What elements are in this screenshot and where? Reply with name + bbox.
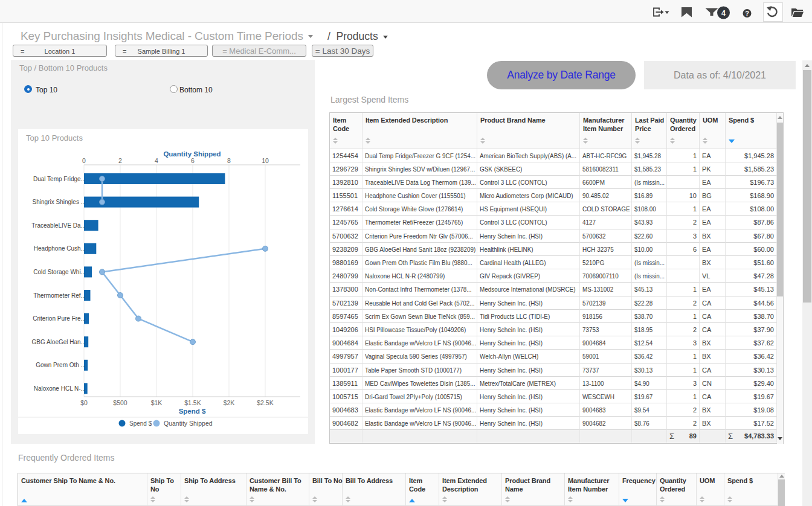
svg-text:Shingrix Shingles ...: Shingrix Shingles ... bbox=[33, 199, 86, 205]
svg-text:Headphone Cush...: Headphone Cush... bbox=[34, 245, 86, 252]
svg-text:Criterion Pure Fre...: Criterion Pure Fre... bbox=[33, 315, 86, 322]
svg-text:Cold Storage Whi...: Cold Storage Whi... bbox=[33, 269, 86, 275]
svg-text:$2K: $2K bbox=[224, 399, 235, 406]
svg-text:Gown Prem Oth ...: Gown Prem Oth ... bbox=[36, 362, 86, 368]
svg-text:6: 6 bbox=[191, 157, 195, 164]
svg-text:TraceableLIVE Da...: TraceableLIVE Da... bbox=[31, 222, 86, 229]
svg-text:Thermometer Ref...: Thermometer Ref... bbox=[33, 292, 86, 299]
svg-text:0: 0 bbox=[82, 157, 86, 164]
svg-text:?: ? bbox=[745, 10, 749, 17]
svg-text:$1K: $1K bbox=[151, 399, 163, 406]
svg-text:$1.5K: $1.5K bbox=[184, 399, 201, 406]
svg-text:8: 8 bbox=[227, 157, 231, 164]
svg-text:4: 4 bbox=[155, 157, 158, 164]
svg-text:$500: $500 bbox=[113, 399, 127, 406]
svg-text:GBG AloeGel Han...: GBG AloeGel Han... bbox=[32, 339, 86, 345]
svg-text:Quantity Shipped: Quantity Shipped bbox=[164, 420, 213, 427]
svg-text:2: 2 bbox=[118, 157, 122, 164]
svg-text:$0: $0 bbox=[80, 399, 88, 406]
svg-text:Naloxone HCL N-...: Naloxone HCL N-... bbox=[34, 385, 86, 392]
svg-text:10: 10 bbox=[262, 157, 269, 164]
svg-text:Spend $: Spend $ bbox=[179, 408, 206, 415]
svg-text:Dual Temp Fridge...: Dual Temp Fridge... bbox=[33, 176, 86, 182]
svg-text:Top 10 Products: Top 10 Products bbox=[26, 133, 83, 143]
svg-text:4: 4 bbox=[721, 9, 726, 18]
svg-text:Spend $: Spend $ bbox=[129, 420, 152, 427]
svg-text:$2.5K: $2.5K bbox=[257, 399, 273, 406]
